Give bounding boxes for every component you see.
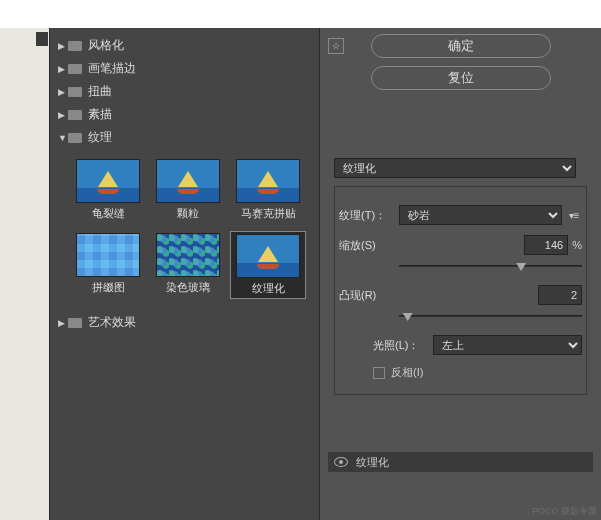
chevron-right-icon: ▶: [58, 87, 68, 97]
chevron-right-icon: ▶: [58, 110, 68, 120]
scale-label: 缩放(S): [339, 238, 399, 253]
light-select[interactable]: 左上: [433, 335, 582, 355]
category-distort[interactable]: ▶扭曲: [54, 80, 315, 103]
folder-icon: [68, 318, 82, 328]
folder-icon: [68, 64, 82, 74]
category-label: 艺术效果: [88, 314, 136, 331]
thumb-mosaic-tiles[interactable]: 马赛克拼贴: [230, 157, 306, 223]
texture-select[interactable]: 砂岩: [399, 205, 562, 225]
effect-layer-row[interactable]: 纹理化: [328, 452, 593, 472]
invert-label: 反相(I): [391, 365, 423, 380]
filter-category-panel: ▶风格化 ▶画笔描边 ▶扭曲 ▶素描 ▼纹理 龟裂缝 颗粒 马赛克拼贴 拼缀图 …: [50, 28, 320, 520]
filter-select[interactable]: 纹理化: [334, 158, 576, 178]
preview-sidebar: [0, 28, 50, 520]
thumb-grain[interactable]: 颗粒: [150, 157, 226, 223]
folder-icon: [68, 110, 82, 120]
category-label: 风格化: [88, 37, 124, 54]
relief-slider[interactable]: [399, 311, 582, 325]
category-stylize[interactable]: ▶风格化: [54, 34, 315, 57]
flyout-menu-icon[interactable]: ▾≡: [566, 210, 582, 221]
category-sketch[interactable]: ▶素描: [54, 103, 315, 126]
chevron-right-icon: ▶: [58, 318, 68, 328]
chevron-down-icon: ▼: [58, 133, 68, 143]
thumb-texturizer[interactable]: 纹理化: [230, 231, 306, 299]
relief-label: 凸现(R): [339, 288, 399, 303]
reset-button[interactable]: 复位: [371, 66, 551, 90]
ok-button[interactable]: 确定: [371, 34, 551, 58]
invert-checkbox[interactable]: [373, 367, 385, 379]
chevron-right-icon: ▶: [58, 41, 68, 51]
thumb-stained-glass[interactable]: 染色玻璃: [150, 231, 226, 299]
light-label: 光照(L)：: [373, 338, 433, 353]
texture-thumbnails: 龟裂缝 颗粒 马赛克拼贴 拼缀图 染色玻璃 纹理化: [54, 149, 315, 311]
watermark: POCO 摄影专题: [532, 505, 597, 518]
category-label: 扭曲: [88, 83, 112, 100]
collapse-panel-icon[interactable]: ☆: [328, 38, 344, 54]
folder-icon: [68, 87, 82, 97]
thumb-craquelure[interactable]: 龟裂缝: [70, 157, 146, 223]
filter-options-panel: ☆ 确定 复位 纹理化 纹理(T)： 砂岩 ▾≡ 缩放(S) % 凸现(R): [320, 28, 601, 520]
category-artistic[interactable]: ▶艺术效果: [54, 311, 315, 334]
category-texture[interactable]: ▼纹理: [54, 126, 315, 149]
scale-percent: %: [572, 239, 582, 251]
texture-label: 纹理(T)：: [339, 208, 399, 223]
chevron-right-icon: ▶: [58, 64, 68, 74]
folder-icon: [68, 41, 82, 51]
scale-input[interactable]: [524, 235, 568, 255]
thumb-patchwork[interactable]: 拼缀图: [70, 231, 146, 299]
scale-slider[interactable]: [399, 261, 582, 275]
layer-name: 纹理化: [356, 455, 389, 470]
relief-input[interactable]: [538, 285, 582, 305]
effect-layers: 纹理化: [328, 452, 593, 472]
visibility-eye-icon[interactable]: [334, 457, 348, 467]
category-label: 画笔描边: [88, 60, 136, 77]
category-label: 纹理: [88, 129, 112, 146]
category-label: 素描: [88, 106, 112, 123]
category-brushstrokes[interactable]: ▶画笔描边: [54, 57, 315, 80]
folder-icon: [68, 133, 82, 143]
